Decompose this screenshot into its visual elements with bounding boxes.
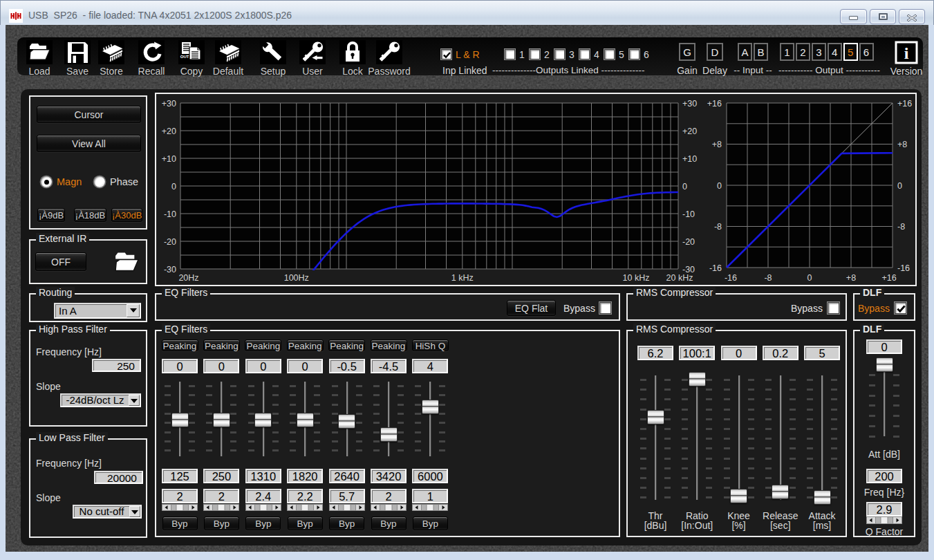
svg-text:+30: +30 bbox=[682, 99, 697, 109]
svg-text:20Hz: 20Hz bbox=[178, 273, 198, 283]
svg-text:-16: -16 bbox=[709, 263, 722, 273]
svg-text:-20: -20 bbox=[682, 237, 695, 247]
svg-text:10 kHz: 10 kHz bbox=[623, 273, 650, 283]
svg-text:+20: +20 bbox=[162, 127, 176, 136]
svg-text:0: 0 bbox=[171, 182, 176, 192]
svg-text:+16: +16 bbox=[707, 99, 722, 109]
svg-text:OUT: OUT bbox=[180, 55, 189, 59]
svg-text:+10: +10 bbox=[162, 154, 176, 164]
svg-text:-20: -20 bbox=[164, 237, 176, 247]
svg-text:+8: +8 bbox=[897, 140, 907, 149]
svg-text:0: 0 bbox=[682, 182, 687, 192]
svg-text:+16: +16 bbox=[897, 99, 912, 109]
svg-text:0: 0 bbox=[717, 181, 722, 191]
svg-text:+8: +8 bbox=[846, 273, 856, 283]
svg-text:-30: -30 bbox=[164, 265, 176, 274]
svg-text:1 kHz: 1 kHz bbox=[451, 273, 474, 283]
svg-text:-16: -16 bbox=[897, 263, 910, 273]
svg-text:20 kHz: 20 kHz bbox=[666, 273, 693, 283]
svg-text:+20: +20 bbox=[682, 127, 697, 136]
svg-text:+10: +10 bbox=[682, 154, 697, 164]
svg-text:i: i bbox=[904, 44, 909, 62]
svg-text:-10: -10 bbox=[164, 209, 176, 219]
svg-text:0: 0 bbox=[807, 273, 812, 283]
svg-text:+16: +16 bbox=[881, 273, 896, 283]
svg-text:0: 0 bbox=[897, 181, 902, 191]
svg-text:-16: -16 bbox=[725, 273, 737, 283]
svg-text:-8: -8 bbox=[714, 222, 722, 232]
svg-text:+30: +30 bbox=[162, 99, 176, 109]
svg-text:-10: -10 bbox=[682, 209, 695, 219]
svg-text:+8: +8 bbox=[712, 140, 722, 149]
svg-text:-8: -8 bbox=[897, 222, 905, 232]
svg-text:-8: -8 bbox=[764, 273, 772, 283]
svg-text:100Hz: 100Hz bbox=[284, 273, 309, 283]
